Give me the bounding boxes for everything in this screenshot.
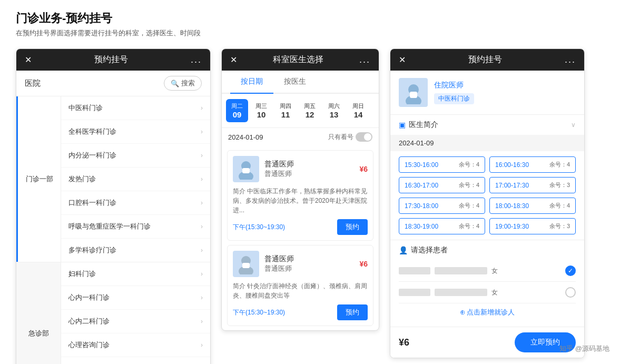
radio-unselected-1[interactable] <box>565 287 576 298</box>
day-name-3: 周五 <box>304 102 316 110</box>
footer-price: ¥6 <box>399 337 409 348</box>
dept-item-11[interactable]: 心胸外科门诊› <box>61 357 210 364</box>
dept-category-outpatient1[interactable]: 门诊一部 <box>16 96 61 262</box>
radio-selected-0[interactable]: ✓ <box>565 265 576 276</box>
appoint-btn-0[interactable]: 预约 <box>337 219 368 235</box>
patient-icon: 👤 <box>399 246 408 254</box>
doctor-card-footer-1: 下午(15:30~19:30) 预约 <box>233 304 368 320</box>
screen2-close-icon[interactable]: ✕ <box>230 55 237 65</box>
day-name-2: 周四 <box>280 102 291 110</box>
time-slot-5[interactable]: 18:00-18:30 余号：4 <box>489 198 576 214</box>
slot-time-5: 18:00-18:30 <box>495 202 529 210</box>
screen2-dots-icon[interactable]: ... <box>359 54 370 65</box>
time-slot-2[interactable]: 16:30-17:00 余号：4 <box>399 177 485 193</box>
dept-item-0[interactable]: 中医科门诊› <box>61 96 210 120</box>
patient-row-0[interactable]: 女 ✓ <box>399 260 576 282</box>
date-chip-3[interactable]: 周五 12 <box>299 99 321 122</box>
doctor-avatar-1 <box>233 251 259 277</box>
slot-remaining-3: 余号：3 <box>549 181 570 189</box>
doctor-type-0: 普通医师 <box>264 169 294 179</box>
screen3-dots-icon[interactable]: ... <box>565 54 576 65</box>
svg-rect-2 <box>242 168 250 173</box>
doctor-info-1: 普通医师 普通医师 ¥6 <box>264 254 368 273</box>
patient-info-0: 女 <box>399 267 498 276</box>
day-name-4: 周六 <box>328 102 340 110</box>
screen3-close-icon[interactable]: ✕ <box>399 55 406 65</box>
dept-category-emergency[interactable]: 急诊部 <box>16 262 61 364</box>
date-chip-5[interactable]: 周日 14 <box>347 99 369 122</box>
screen1-close-icon[interactable]: ✕ <box>25 55 32 65</box>
slot-remaining-5: 余号：4 <box>549 202 570 210</box>
day-num-5: 14 <box>354 110 363 119</box>
dept-item-5[interactable]: 呼吸与危重症医学一科门诊› <box>61 215 210 239</box>
screens-container: ✕ 预约挂号 ... 医院 🔍 搜索 门诊一部 中医科门诊› 全科医学科门诊› … <box>16 48 604 364</box>
bio-icon: ▣ <box>399 121 406 129</box>
day-name-5: 周日 <box>352 102 364 110</box>
doctor-card-footer-0: 下午(15:30~19:30) 预约 <box>233 219 368 235</box>
tab-by-date[interactable]: 按日期 <box>230 71 273 93</box>
slot-time-0: 15:30-16:00 <box>405 161 438 169</box>
doctor-name-row-0: 普通医师 普通医师 ¥6 <box>264 160 368 179</box>
section-date-label: 2024-01-09 <box>228 133 263 141</box>
patient-section-label: 请选择患者 <box>411 245 448 255</box>
screen3-footer: ¥6 立即预约 <box>390 327 584 358</box>
date-row: 周二 09 周三 10 周四 11 周五 12 周六 13 周日 14 <box>222 94 379 128</box>
bio-section-left: ▣ 医生简介 <box>399 120 438 130</box>
time-slot-4[interactable]: 17:30-18:00 余号：4 <box>399 198 485 214</box>
date-chip-0[interactable]: 周二 09 <box>226 99 248 122</box>
time-slot-7[interactable]: 19:00-19:30 余号：3 <box>489 218 576 234</box>
screen1-title: 预约挂号 <box>94 54 128 65</box>
dept-item-2[interactable]: 内分泌一科门诊› <box>61 144 210 168</box>
toggle-switch[interactable] <box>356 132 372 142</box>
screen2-title: 科室医生选择 <box>273 54 323 65</box>
date-chip-4[interactable]: 周六 13 <box>323 99 345 122</box>
slot-time-3: 17:00-17:30 <box>495 182 529 189</box>
date-chip-1[interactable]: 周三 10 <box>250 99 272 122</box>
patient-section: 👤 请选择患者 女 ✓ 女 ⊕ 点击新增就诊人 <box>390 240 584 327</box>
dept-item-4[interactable]: 口腔科一科门诊› <box>61 191 210 215</box>
dept-item-6[interactable]: 多学科诊疗门诊› <box>61 239 210 262</box>
screen3: ✕ 预约挂号 ... 住院医师 中医科门诊 ▣ 医生简介 ∨ <box>390 48 585 358</box>
dept-item-1[interactable]: 全科医学科门诊› <box>61 120 210 144</box>
time-slot-1[interactable]: 16:00-16:30 余号：4 <box>489 156 576 173</box>
doctor-name-0: 普通医师 <box>264 160 294 169</box>
only-label: 只有看号 <box>328 133 353 142</box>
doctor-card-1: 普通医师 普通医师 ¥6 简介 针灸治疗面神经炎（面瘫）、颈椎病、肩周炎、腰椎间… <box>227 245 373 326</box>
doctor-type-1: 普通医师 <box>264 264 294 273</box>
add-patient-button[interactable]: ⊕ 点击新增就诊人 <box>399 303 576 321</box>
dept-row-outpatient1: 门诊一部 中医科门诊› 全科医学科门诊› 内分泌一科门诊› 发热门诊› 口腔科一… <box>16 96 210 262</box>
patient-name-blur-0 <box>399 267 430 274</box>
search-button[interactable]: 🔍 搜索 <box>164 76 202 91</box>
patient-info-1: 女 <box>399 288 498 297</box>
screen1-dots-icon[interactable]: ... <box>191 54 202 65</box>
day-name-0: 周二 <box>231 102 243 110</box>
dept-item-10[interactable]: 心理咨询门诊› <box>61 333 210 357</box>
patient-gender-0: 女 <box>491 267 498 276</box>
hospital-bar: 医院 🔍 搜索 <box>16 71 210 96</box>
doctor-profile: 住院医师 中医科门诊 <box>390 71 584 115</box>
dept-list: 门诊一部 中医科门诊› 全科医学科门诊› 内分泌一科门诊› 发热门诊› 口腔科一… <box>16 96 210 364</box>
dept-item-3[interactable]: 发热门诊› <box>61 168 210 191</box>
time-slot-6[interactable]: 18:30-19:00 余号：4 <box>399 218 485 234</box>
screen1: ✕ 预约挂号 ... 医院 🔍 搜索 门诊一部 中医科门诊› 全科医学科门诊› … <box>16 48 211 364</box>
dept-item-8[interactable]: 心内一科门诊› <box>61 286 210 310</box>
patient-row-1[interactable]: 女 <box>399 282 576 303</box>
time-slots-grid: 15:30-16:00 余号：4 16:00-16:30 余号：4 16:30-… <box>390 151 584 240</box>
doctor-avatar-0 <box>233 156 259 182</box>
time-slot-3[interactable]: 17:00-17:30 余号：3 <box>489 177 576 193</box>
bio-section-label: 医生简介 <box>409 120 438 130</box>
time-slot-0[interactable]: 15:30-16:00 余号：4 <box>399 156 485 173</box>
dept-item-7[interactable]: 妇科门诊› <box>61 262 210 286</box>
appoint-btn-1[interactable]: 预约 <box>337 304 368 320</box>
doctor-card-0-header: 普通医师 普通医师 ¥6 <box>233 156 368 182</box>
dept-item-9[interactable]: 心内二科门诊› <box>61 310 210 333</box>
patient-section-title: 👤 请选择患者 <box>399 245 576 255</box>
only-tag: 只有看号 <box>328 132 372 142</box>
bio-section-header[interactable]: ▣ 医生简介 ∨ <box>390 115 584 135</box>
tab-by-doctor[interactable]: 按医生 <box>273 71 317 93</box>
doctor-price-0: ¥6 <box>359 165 368 173</box>
day-num-1: 10 <box>257 110 266 119</box>
date-chip-2[interactable]: 周四 11 <box>274 99 297 122</box>
day-num-4: 13 <box>330 110 339 119</box>
tabs-row: 按日期 按医生 <box>222 71 379 94</box>
